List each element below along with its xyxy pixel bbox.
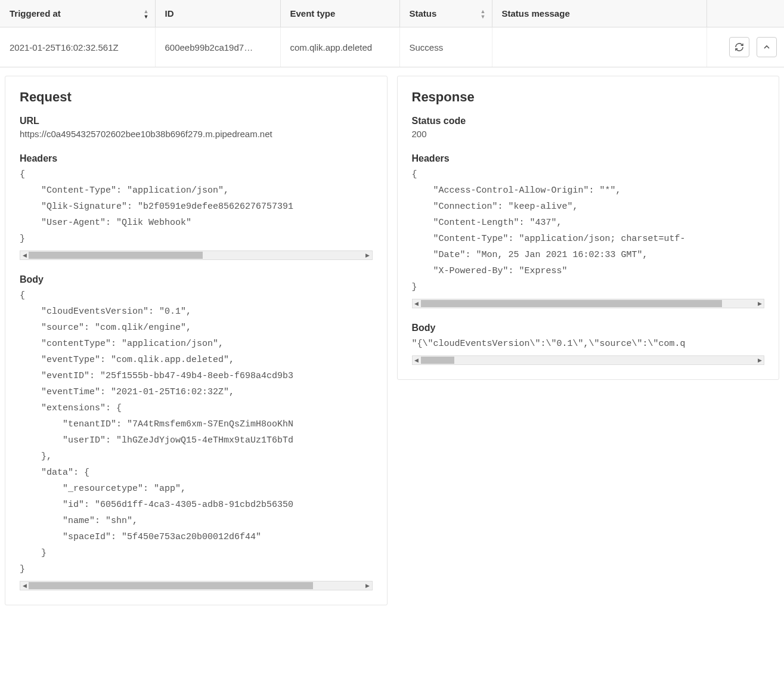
response-body-label: Body: [412, 323, 765, 333]
cell-triggered-at: 2021-01-25T16:02:32.561Z: [0, 27, 155, 67]
chevron-down-icon: ▼: [481, 14, 486, 18]
scrollbar[interactable]: ◀ ▶: [20, 250, 373, 260]
request-body-block: { "cloudEventsVersion": "0.1", "source":…: [20, 287, 373, 590]
col-header-label: Event type: [290, 8, 336, 18]
col-header-label: ID: [165, 8, 174, 18]
cell-status: Success: [399, 27, 492, 67]
scroll-right-icon[interactable]: ▶: [364, 251, 372, 259]
scrollbar[interactable]: ◀ ▶: [412, 299, 765, 308]
refresh-icon: [735, 42, 744, 52]
response-headers-block: { "Access-Control-Allow-Origin": "*", "C…: [412, 166, 765, 308]
col-header-label: Status message: [502, 8, 570, 18]
status-code-value: 200: [412, 129, 765, 139]
col-header-actions: [706, 0, 784, 27]
table-row[interactable]: 2021-01-25T16:02:32.561Z 600eeb99b2ca19d…: [0, 27, 784, 67]
scrollbar[interactable]: ◀ ▶: [20, 581, 373, 590]
chevron-up-icon: ▲: [481, 8, 486, 13]
event-table: Triggered at ▲ ▼ ID Event type Status ▲: [0, 0, 784, 67]
request-panel: Request URL https://c0a4954325702602bee1…: [5, 76, 388, 605]
scroll-right-icon[interactable]: ▶: [364, 581, 372, 590]
scroll-left-icon[interactable]: ◀: [20, 581, 29, 590]
response-panel: Response Status code 200 Headers { "Acce…: [397, 76, 780, 380]
scroll-track[interactable]: [29, 251, 364, 259]
scroll-thumb[interactable]: [421, 300, 722, 307]
scroll-track[interactable]: [421, 299, 756, 308]
col-header-label: Triggered at: [10, 8, 61, 18]
cell-id: 600eeb99b2ca19d7…: [155, 27, 280, 67]
refresh-button[interactable]: [729, 37, 749, 57]
request-headers-block: { "Content-Type": "application/json", "Q…: [20, 166, 373, 260]
scroll-left-icon[interactable]: ◀: [413, 299, 421, 308]
request-title: Request: [20, 89, 373, 105]
cell-status-message: [492, 27, 706, 67]
scroll-left-icon[interactable]: ◀: [20, 251, 29, 259]
scroll-thumb[interactable]: [29, 252, 203, 259]
url-value: https://c0a4954325702602bee10b38b696f279…: [20, 129, 373, 139]
scroll-right-icon[interactable]: ▶: [755, 299, 764, 308]
scroll-right-icon[interactable]: ▶: [755, 356, 764, 364]
scroll-left-icon[interactable]: ◀: [413, 356, 421, 364]
col-header-triggered-at[interactable]: Triggered at ▲ ▼: [0, 0, 155, 27]
chevron-up-icon: [762, 42, 771, 52]
cell-actions: [706, 27, 784, 67]
col-header-event-type[interactable]: Event type: [280, 0, 399, 27]
chevron-up-icon: ▲: [144, 8, 149, 13]
response-headers-code: { "Access-Control-Allow-Origin": "*", "C…: [412, 166, 765, 295]
detail-panels: Request URL https://c0a4954325702602bee1…: [0, 67, 784, 610]
response-title: Response: [412, 89, 765, 105]
col-header-label: Status: [410, 8, 437, 18]
request-body-code: { "cloudEventsVersion": "0.1", "source":…: [20, 287, 373, 577]
scroll-thumb[interactable]: [29, 582, 313, 589]
scroll-thumb[interactable]: [421, 357, 454, 364]
collapse-button[interactable]: [757, 37, 777, 57]
request-body-label: Body: [20, 274, 373, 285]
response-body-block: "{\"cloudEventsVersion\":\"0.1\",\"sourc…: [412, 336, 765, 365]
scroll-track[interactable]: [29, 581, 364, 590]
col-header-status-message[interactable]: Status message: [492, 0, 706, 27]
sort-icon[interactable]: ▲ ▼: [481, 8, 486, 18]
url-label: URL: [20, 116, 373, 126]
col-header-status[interactable]: Status ▲ ▼: [399, 0, 492, 27]
chevron-down-icon: ▼: [144, 14, 149, 18]
scrollbar[interactable]: ◀ ▶: [412, 355, 765, 365]
status-code-label: Status code: [412, 116, 765, 126]
response-body-code: "{\"cloudEventsVersion\":\"0.1\",\"sourc…: [412, 336, 765, 352]
col-header-id[interactable]: ID: [155, 0, 280, 27]
request-headers-code: { "Content-Type": "application/json", "Q…: [20, 166, 373, 247]
request-headers-label: Headers: [20, 153, 373, 164]
scroll-track[interactable]: [421, 356, 756, 364]
table-header-row: Triggered at ▲ ▼ ID Event type Status ▲: [0, 0, 784, 27]
cell-event-type: com.qlik.app.deleted: [280, 27, 399, 67]
response-headers-label: Headers: [412, 153, 765, 164]
sort-icon[interactable]: ▲ ▼: [144, 8, 149, 18]
